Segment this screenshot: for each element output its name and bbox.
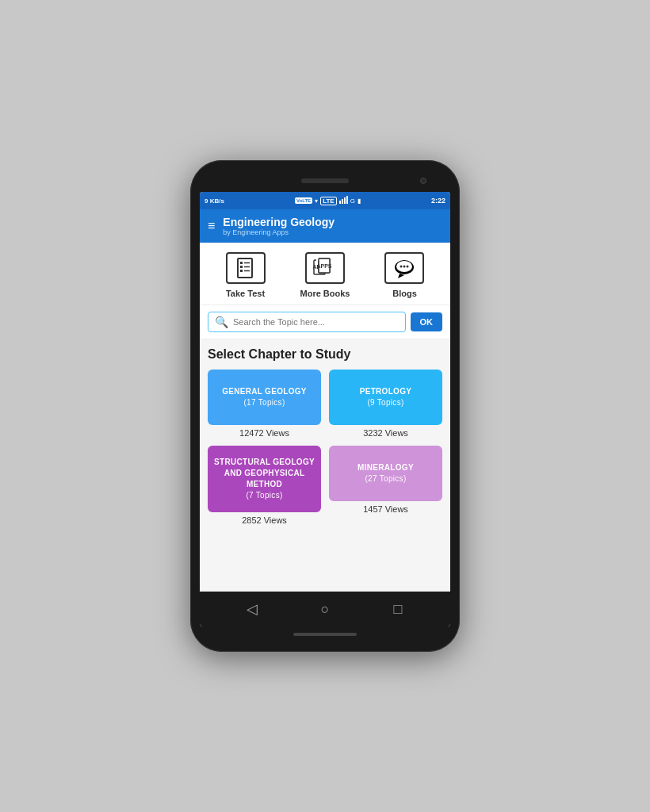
chapter-tile-text-2: STRUCTURAL GEOLOGY AND GEOPHYSICAL METHO… — [214, 457, 315, 501]
take-test-label: Take Test — [226, 289, 265, 298]
status-bar: 9 KB/s VoLTE ▾ LTE G ▮ 2:22 — [200, 192, 450, 209]
svg-rect-2 — [240, 266, 243, 268]
wifi-icon: ▾ — [315, 197, 318, 205]
phone-bottom-bar — [200, 626, 450, 642]
signal-icon — [339, 196, 348, 205]
chapter-card-2[interactable]: STRUCTURAL GEOLOGY AND GEOPHYSICAL METHO… — [208, 446, 321, 525]
home-indicator — [293, 633, 357, 636]
lte-badge: LTE — [320, 197, 337, 205]
network-speed: 9 KB/s — [205, 197, 224, 205]
chapter-tile-1: PETROLOGY(9 Topics) — [329, 370, 442, 425]
phone-speaker — [301, 178, 349, 183]
chapter-views-1: 3232 Views — [363, 428, 408, 438]
search-input-wrap[interactable]: 🔍 — [208, 312, 406, 332]
chapter-section-heading: Select Chapter to Study — [208, 347, 442, 362]
chapter-tile-3: MINERALOGY(27 Topics) — [329, 446, 442, 501]
battery-icon: ▮ — [358, 197, 361, 205]
chapter-tile-2: STRUCTURAL GEOLOGY AND GEOPHYSICAL METHO… — [208, 446, 321, 512]
phone-camera — [420, 178, 426, 184]
bottom-nav: ◁ ○ □ — [200, 592, 450, 626]
search-bar: 🔍 OK — [200, 305, 450, 339]
more-books-label: More Books — [300, 289, 350, 298]
chapters-grid: GENERAL GEOLOGY(17 Topics)12472 ViewsPET… — [208, 370, 442, 525]
action-row: Take Test APPS APPS More Books — [200, 243, 450, 305]
chapter-card-3[interactable]: MINERALOGY(27 Topics)1457 Views — [329, 446, 442, 525]
chapter-views-3: 1457 Views — [363, 504, 408, 514]
hamburger-menu-button[interactable]: ≡ — [208, 220, 215, 232]
app-bar: ≡ Engineering Geology by Engineering App… — [200, 209, 450, 243]
svg-rect-0 — [238, 259, 252, 278]
main-content: Take Test APPS APPS More Books — [200, 243, 450, 592]
chapter-card-1[interactable]: PETROLOGY(9 Topics)3232 Views — [329, 370, 442, 438]
svg-point-15 — [400, 266, 403, 268]
take-test-button[interactable]: Take Test — [222, 252, 270, 298]
network-type: G — [350, 197, 355, 205]
chapter-views-0: 12472 Views — [239, 428, 289, 438]
app-title: Engineering Geology — [223, 216, 335, 228]
search-icon: 🔍 — [215, 316, 228, 328]
chapter-section: Select Chapter to Study GENERAL GEOLOGY(… — [200, 339, 450, 528]
search-ok-button[interactable]: OK — [411, 312, 443, 331]
chapter-tile-text-3: MINERALOGY(27 Topics) — [358, 462, 414, 485]
recent-apps-button[interactable]: □ — [384, 595, 412, 623]
search-input[interactable] — [233, 317, 399, 327]
app-title-block: Engineering Geology by Engineering Apps — [223, 216, 335, 236]
chapter-tile-0: GENERAL GEOLOGY(17 Topics) — [208, 370, 321, 425]
chapter-card-0[interactable]: GENERAL GEOLOGY(17 Topics)12472 Views — [208, 370, 321, 438]
status-center: VoLTE ▾ LTE G ▮ — [295, 196, 361, 205]
app-subtitle: by Engineering Apps — [223, 228, 335, 236]
back-button[interactable]: ◁ — [238, 595, 266, 623]
more-books-icon: APPS APPS — [305, 252, 345, 284]
svg-point-17 — [407, 266, 409, 268]
chapter-tile-text-0: GENERAL GEOLOGY(17 Topics) — [222, 386, 307, 408]
blogs-label: Blogs — [392, 289, 417, 298]
blogs-icon — [384, 252, 424, 284]
svg-text:APPS: APPS — [316, 263, 331, 269]
blogs-button[interactable]: Blogs — [380, 252, 428, 298]
phone-screen: 9 KB/s VoLTE ▾ LTE G ▮ 2:22 — [200, 192, 450, 626]
take-test-icon — [226, 252, 266, 284]
more-books-button[interactable]: APPS APPS More Books — [300, 252, 350, 298]
chapter-tile-text-1: PETROLOGY(9 Topics) — [360, 386, 411, 408]
chapter-views-2: 2852 Views — [242, 515, 287, 525]
phone-top-bar — [200, 170, 450, 192]
svg-point-16 — [403, 266, 406, 268]
home-button[interactable]: ○ — [311, 595, 339, 623]
phone-device: 9 KB/s VoLTE ▾ LTE G ▮ 2:22 — [190, 160, 460, 652]
svg-rect-1 — [240, 262, 243, 264]
volte-badge: VoLTE — [295, 197, 312, 204]
svg-rect-3 — [240, 270, 243, 272]
clock: 2:22 — [431, 197, 445, 205]
